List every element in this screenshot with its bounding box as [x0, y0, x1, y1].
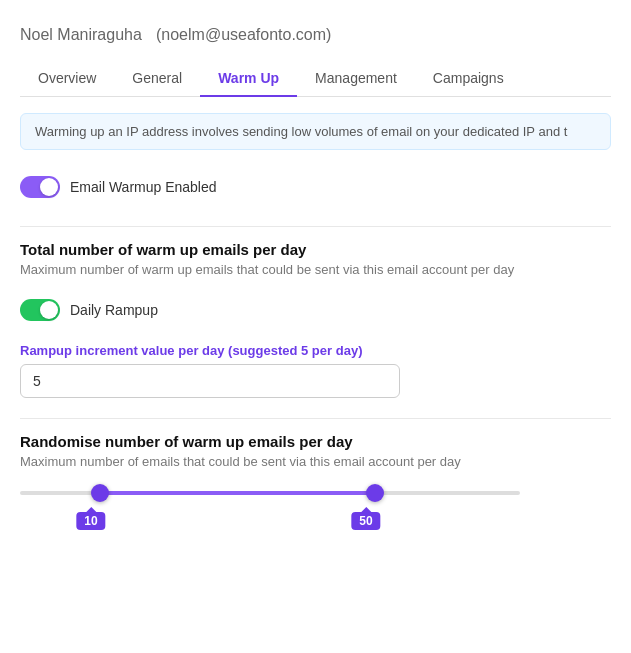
- rampup-field-group: Rampup increment value per day (suggeste…: [20, 343, 611, 398]
- page-title: Noel Maniraguha (noelm@useafonto.com): [20, 20, 611, 46]
- email-warmup-label: Email Warmup Enabled: [70, 179, 217, 195]
- slider-fill: [100, 491, 375, 495]
- tab-warmup[interactable]: Warm Up: [200, 60, 297, 96]
- email-warmup-section: Email Warmup Enabled: [20, 168, 611, 206]
- user-name: Noel Maniraguha: [20, 26, 142, 43]
- daily-rampup-toggle-row: Daily Rampup: [20, 291, 611, 329]
- divider-1: [20, 226, 611, 227]
- daily-rampup-toggle[interactable]: [20, 299, 60, 321]
- main-content: Warming up an IP address involves sendin…: [0, 97, 631, 549]
- slider-handle-max[interactable]: 50: [366, 484, 384, 502]
- randomise-section: Randomise number of warm up emails per d…: [20, 433, 611, 503]
- info-banner: Warming up an IP address involves sendin…: [20, 113, 611, 150]
- email-warmup-toggle-row: Email Warmup Enabled: [20, 168, 611, 206]
- rampup-label-end: ): [358, 343, 362, 358]
- total-warmup-title: Total number of warm up emails per day: [20, 241, 611, 258]
- total-warmup-desc: Maximum number of warm up emails that co…: [20, 262, 611, 277]
- tab-general[interactable]: General: [114, 60, 200, 96]
- slider-handle-min[interactable]: 10: [91, 484, 109, 502]
- randomise-desc: Maximum number of emails that could be s…: [20, 454, 611, 469]
- rampup-label-text: Rampup increment value per day (suggeste…: [20, 343, 301, 358]
- slider-min-label: 10: [76, 512, 105, 530]
- rampup-label-highlight: 5 per day: [301, 343, 358, 358]
- tab-overview[interactable]: Overview: [20, 60, 114, 96]
- page-header: Noel Maniraguha (noelm@useafonto.com) Ov…: [0, 0, 631, 97]
- randomise-title: Randomise number of warm up emails per d…: [20, 433, 611, 450]
- tab-management[interactable]: Management: [297, 60, 415, 96]
- email-warmup-toggle[interactable]: [20, 176, 60, 198]
- rampup-input[interactable]: [20, 364, 400, 398]
- total-warmup-section: Total number of warm up emails per day M…: [20, 241, 611, 398]
- divider-2: [20, 418, 611, 419]
- daily-rampup-label: Daily Rampup: [70, 302, 158, 318]
- tab-campaigns[interactable]: Campaigns: [415, 60, 522, 96]
- slider-max-label: 50: [351, 512, 380, 530]
- rampup-field-label: Rampup increment value per day (suggeste…: [20, 343, 611, 358]
- slider-container: 10 50: [20, 483, 520, 503]
- tabs-nav: Overview General Warm Up Management Camp…: [20, 60, 611, 97]
- user-email: (noelm@useafonto.com): [156, 26, 331, 43]
